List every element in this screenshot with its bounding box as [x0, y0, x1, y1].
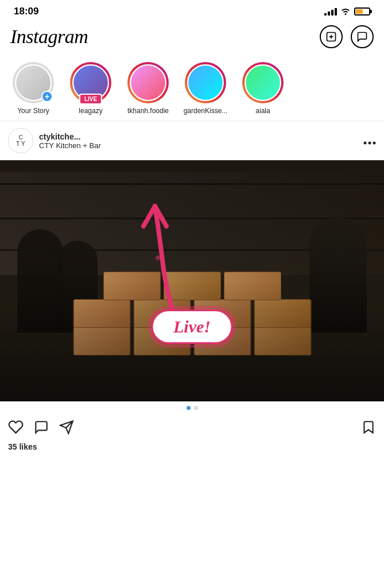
new-post-button[interactable]: [320, 25, 343, 48]
signal-icon: [324, 7, 337, 16]
status-time: 18:09: [14, 6, 38, 17]
svg-point-3: [364, 142, 367, 145]
story-avatar-wrap-aiala: [242, 62, 284, 103]
kitchen-scene: Live!: [0, 160, 384, 401]
post-more-button[interactable]: [363, 133, 376, 148]
post: CT Y ctykitche... CTY Kitchen + Bar: [0, 121, 384, 457]
post-image: Live!: [0, 160, 384, 401]
status-bar: 18:09: [0, 0, 384, 21]
header-actions: [320, 25, 374, 48]
story-label-tkhanh: tkhanh.foodie: [127, 107, 169, 115]
story-avatar-gardenkisse: [187, 64, 224, 101]
app-logo: Instagram: [10, 26, 88, 48]
dot-1: [187, 406, 191, 410]
post-user-info[interactable]: CT Y ctykitche... CTY Kitchen + Bar: [8, 128, 101, 153]
svg-point-8: [168, 299, 172, 303]
post-actions-left: [8, 419, 74, 439]
add-story-plus-icon: +: [41, 91, 53, 102]
share-button[interactable]: [59, 420, 74, 439]
story-avatar-wrap-gardenkisse: [185, 62, 226, 103]
post-display-name: CTY Kitchen + Bar: [39, 141, 101, 150]
post-image-dots: [0, 401, 384, 415]
post-header: CT Y ctykitche... CTY Kitchen + Bar: [0, 121, 384, 160]
battery-icon: [354, 7, 370, 16]
live-annotation-container: Live!: [151, 310, 233, 344]
story-avatar-tkhanh: [130, 64, 166, 101]
wifi-icon: [340, 7, 351, 17]
svg-point-6: [156, 256, 160, 260]
story-item-tkhanh[interactable]: tkhanh.foodie: [119, 59, 177, 118]
story-item-leagazy[interactable]: LIVE leagazy: [62, 59, 119, 118]
svg-point-4: [369, 142, 371, 145]
post-avatar: CT Y: [8, 128, 33, 153]
stories-row: + Your Story LIVE leagazy: [0, 59, 384, 118]
svg-point-5: [373, 142, 376, 145]
story-label-leagazy: leagazy: [79, 107, 102, 115]
comment-button[interactable]: [34, 420, 49, 439]
story-ring-tkhanh: [127, 62, 169, 103]
stories-container: + Your Story LIVE leagazy: [0, 54, 384, 121]
story-label-your-story: Your Story: [17, 107, 49, 115]
like-button[interactable]: [8, 419, 24, 439]
post-username: ctykitche...: [39, 132, 101, 141]
dot-2: [194, 406, 198, 410]
story-avatar-wrap-your-story: +: [13, 62, 54, 103]
bookmark-button[interactable]: [361, 420, 376, 439]
messages-button[interactable]: [351, 25, 374, 48]
post-actions: [0, 415, 384, 441]
story-label-gardenkisse: gardenKisse...: [184, 107, 228, 115]
story-ring-gardenkisse: [185, 62, 226, 103]
story-label-aiala: aiala: [255, 107, 270, 115]
status-icons: [324, 7, 370, 17]
app-header: Instagram: [0, 21, 384, 54]
likes-count: 35 likes: [0, 441, 384, 457]
svg-point-7: [164, 276, 167, 280]
story-ring-aiala: [242, 62, 284, 103]
story-item-aiala[interactable]: aiala: [234, 59, 292, 118]
story-item-gardenkisse[interactable]: gardenKisse...: [177, 59, 234, 118]
story-avatar-wrap-tkhanh: [127, 62, 169, 103]
live-badge-leagazy: LIVE: [79, 94, 102, 105]
story-item-your-story[interactable]: + Your Story: [5, 59, 62, 118]
story-avatar-wrap-leagazy: LIVE: [70, 62, 111, 103]
story-avatar-aiala: [245, 64, 281, 101]
post-user-text: ctykitche... CTY Kitchen + Bar: [39, 132, 101, 150]
